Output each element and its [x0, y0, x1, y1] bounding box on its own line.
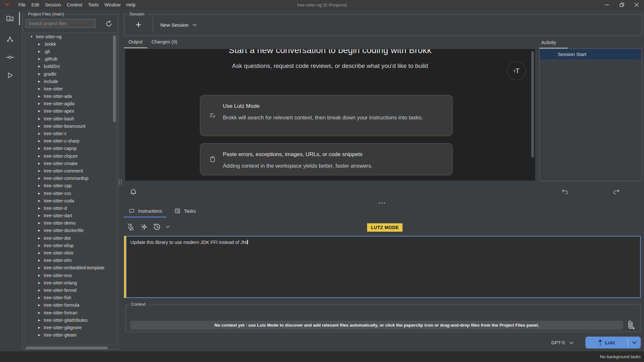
- expand-arrow-icon[interactable]: ▶: [37, 50, 41, 53]
- expand-arrow-icon[interactable]: ▶: [37, 147, 41, 150]
- expand-arrow-icon[interactable]: ▶: [37, 251, 41, 255]
- tree-item[interactable]: ▶tree-sitter-demo: [25, 219, 117, 227]
- expand-arrow-icon[interactable]: ▶: [37, 237, 41, 240]
- tree-item[interactable]: ▶tree-sitter-capnp: [25, 145, 117, 152]
- expand-arrow-icon[interactable]: ▶: [37, 80, 41, 83]
- expand-arrow-icon[interactable]: ▶: [37, 65, 41, 68]
- tree-item[interactable]: ▶buildSrc: [25, 63, 117, 70]
- tree-item[interactable]: ▶tree-sitter-elm: [25, 257, 117, 264]
- tree-item[interactable]: ▶tree-sitter-gleam: [25, 331, 117, 339]
- expand-arrow-icon[interactable]: ▶: [37, 289, 41, 292]
- expand-arrow-icon[interactable]: ▶: [37, 303, 41, 307]
- tree-item[interactable]: ▶tree-sitter-dot: [25, 234, 117, 242]
- tree-item[interactable]: ▶include: [25, 78, 117, 85]
- attach-paperclip-icon[interactable]: [626, 320, 635, 330]
- restore-button[interactable]: [614, 0, 629, 10]
- tree-item[interactable]: ▶tree-sitter-cmake: [25, 160, 117, 167]
- tree-item[interactable]: ▶tree-sitter-formula: [25, 302, 117, 309]
- menu-file[interactable]: File: [15, 2, 29, 7]
- history-dropdown-chevron-icon[interactable]: [166, 226, 170, 228]
- git-commit-icon[interactable]: [0, 48, 20, 66]
- expand-arrow-icon[interactable]: ▶: [37, 139, 41, 143]
- git-branch-icon[interactable]: [0, 30, 20, 48]
- expand-arrow-icon[interactable]: ▶: [37, 333, 41, 337]
- panel-splitter-handle[interactable]: [119, 180, 122, 184]
- menu-window[interactable]: Window: [101, 2, 123, 7]
- expand-arrow-icon[interactable]: ▶: [37, 199, 41, 202]
- close-button[interactable]: [629, 0, 644, 10]
- tree-item[interactable]: ▶tree-sitter-erlang: [25, 279, 117, 286]
- tree-vertical-scrollbar[interactable]: [113, 34, 116, 342]
- output-scrollbar[interactable]: [531, 51, 534, 179]
- font-size-toggle-button[interactable]: тT: [507, 61, 526, 80]
- tree-item[interactable]: ▶.github: [25, 55, 117, 63]
- tree-item[interactable]: ▶tree-sitter-cpp: [25, 182, 117, 190]
- microphone-muted-icon[interactable]: [126, 222, 135, 232]
- redo-icon[interactable]: [612, 188, 620, 196]
- tree-item[interactable]: ▶tree-sitter-c: [25, 130, 117, 137]
- expand-arrow-icon[interactable]: ▶: [37, 281, 41, 284]
- expand-arrow-icon[interactable]: ▶: [37, 229, 41, 232]
- tab-output[interactable]: Output: [124, 38, 147, 48]
- tree-item[interactable]: ▶tree-sitter-gitignore: [25, 324, 117, 331]
- tree-item[interactable]: ▶tree-sitter-fish: [25, 294, 117, 302]
- expand-arrow-icon[interactable]: ▶: [37, 244, 41, 247]
- magic-sparkles-icon[interactable]: [140, 222, 148, 231]
- tab-changes[interactable]: Changes (0): [147, 38, 182, 48]
- tab-activity[interactable]: Activity: [539, 40, 558, 45]
- tree-item[interactable]: ▶tree-sitter-d: [25, 204, 117, 212]
- activity-row-selected[interactable]: Session Start: [540, 49, 641, 60]
- expand-arrow-icon[interactable]: ▶: [37, 42, 41, 46]
- tab-tasks[interactable]: Tasks: [170, 207, 200, 218]
- output-instructions-splitter[interactable]: [379, 202, 385, 204]
- session-dropdown[interactable]: New Session: [160, 14, 197, 35]
- expand-arrow-icon[interactable]: ▶: [37, 162, 41, 165]
- expand-arrow-icon[interactable]: ▶: [37, 177, 41, 180]
- menu-context[interactable]: Context: [64, 2, 85, 7]
- expand-arrow-icon[interactable]: ▶: [37, 296, 41, 299]
- tree-item[interactable]: ▶tree-sitter-gitattributes: [25, 316, 117, 324]
- collapse-arrow-icon[interactable]: ▼: [30, 35, 33, 38]
- tree-item[interactable]: ▶tree-sitter-dockerfile: [25, 227, 117, 234]
- tree-item[interactable]: ▶.brokk: [25, 40, 117, 48]
- expand-arrow-icon[interactable]: ▶: [37, 117, 41, 120]
- expand-arrow-icon[interactable]: ▶: [37, 326, 41, 329]
- tree-item[interactable]: ▶tree-sitter-embedded-template: [25, 264, 117, 272]
- expand-arrow-icon[interactable]: ▶: [37, 274, 41, 277]
- expand-arrow-icon[interactable]: ▶: [37, 87, 41, 90]
- tree-item[interactable]: ▶tree-sitter-agda: [25, 100, 117, 107]
- expand-arrow-icon[interactable]: ▶: [37, 154, 41, 158]
- expand-arrow-icon[interactable]: ▶: [37, 57, 41, 60]
- send-lutz-button[interactable]: Lutz: [585, 337, 641, 348]
- tree-item[interactable]: ▶tree-sitter-cuda: [25, 197, 117, 204]
- tree-item[interactable]: ▶tree-sitter-bash: [25, 115, 117, 122]
- tree-item[interactable]: ▶tree-sitter-commonlisp: [25, 175, 117, 182]
- menu-session[interactable]: Session: [42, 2, 64, 7]
- project-files-icon[interactable]: [0, 10, 20, 28]
- expand-arrow-icon[interactable]: ▶: [37, 109, 41, 113]
- menu-help[interactable]: Help: [123, 2, 138, 7]
- expand-arrow-icon[interactable]: ▶: [37, 192, 41, 195]
- tree-item[interactable]: ▶tree-sitter-beancount: [25, 122, 117, 130]
- expand-arrow-icon[interactable]: ▶: [37, 207, 41, 210]
- tree-item[interactable]: ▶tree-sitter-comment: [25, 167, 117, 174]
- expand-arrow-icon[interactable]: ▶: [37, 184, 41, 187]
- expand-arrow-icon[interactable]: ▶: [37, 311, 41, 314]
- tree-item[interactable]: ▶tree-sitter-clojure: [25, 152, 117, 160]
- tree-item[interactable]: ▶.git: [25, 48, 117, 55]
- expand-arrow-icon[interactable]: ▶: [37, 95, 41, 98]
- tree-item[interactable]: ▶tree-sitter-fortran: [25, 309, 117, 316]
- new-session-plus-button[interactable]: +: [131, 18, 146, 32]
- tree-item[interactable]: ▼tree-sitter-ng: [25, 33, 117, 40]
- tree-item[interactable]: ▶tree-sitter-eno: [25, 272, 117, 279]
- tab-instructions[interactable]: Instructions: [124, 207, 166, 218]
- undo-icon[interactable]: [561, 188, 569, 196]
- expand-arrow-icon[interactable]: ▶: [37, 125, 41, 128]
- instructions-input[interactable]: Update this library to use modern JDK FF…: [126, 236, 641, 298]
- expand-arrow-icon[interactable]: ▶: [37, 266, 41, 269]
- menu-edit[interactable]: Edit: [29, 2, 42, 7]
- expand-arrow-icon[interactable]: ▶: [37, 319, 41, 322]
- history-icon[interactable]: [153, 222, 161, 231]
- tree-item[interactable]: ▶tree-sitter-dart: [25, 212, 117, 219]
- run-icon[interactable]: [0, 66, 20, 84]
